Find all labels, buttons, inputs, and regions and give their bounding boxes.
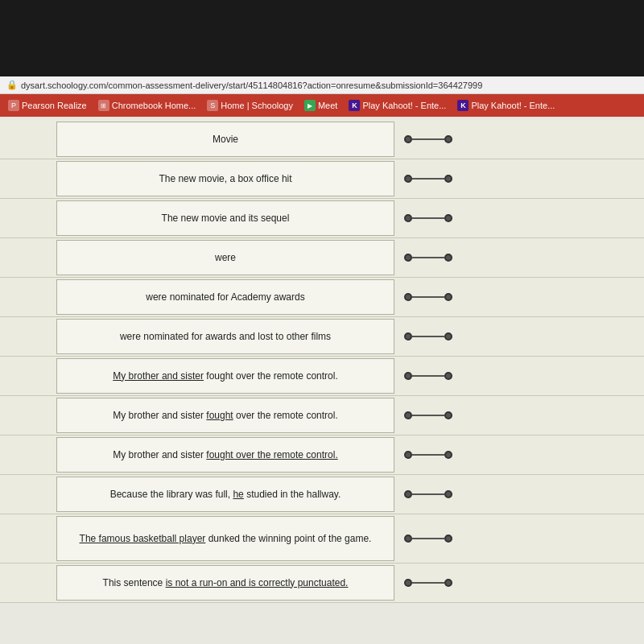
answer-row-8[interactable]: My brother and sister fought over the re…	[0, 396, 644, 436]
connector-line-4	[412, 257, 444, 258]
bookmark-chromebook[interactable]: ⊞ Chromebook Home...	[95, 98, 200, 113]
screen-background: 🔒 dysart.schoology.com/common-assessment…	[0, 0, 644, 117]
address-bar: 🔒 dysart.schoology.com/common-assessment…	[0, 76, 644, 94]
connector-dot-left-11	[404, 535, 412, 543]
connector-8	[404, 411, 452, 419]
connector-line-3	[412, 217, 444, 219]
connector-dot-right-11	[444, 535, 452, 543]
answer-text-box-3: The new movie and its sequel	[56, 200, 394, 236]
answer-text-box-5: were nominated for Academy awards	[56, 279, 394, 315]
connector-10	[404, 490, 452, 498]
answer-text-box-9: My brother and sister fought over the re…	[56, 437, 394, 473]
bookmark-meet-icon: ▶	[304, 100, 316, 111]
connector-2	[404, 175, 452, 183]
address-text: dysart.schoology.com/common-assessment-d…	[21, 80, 482, 90]
connector-dot-left-6	[404, 332, 412, 341]
connector-line-2	[412, 178, 444, 180]
answer-text-box-2: The new movie, a box office hit	[56, 161, 394, 196]
bookmark-kahoot1[interactable]: K Play Kahoot! - Ente...	[345, 98, 449, 113]
answer-row-4[interactable]: were	[0, 238, 644, 278]
underline-text-7: My brother and sister	[113, 370, 204, 382]
connector-line-9	[412, 454, 444, 456]
connector-dot-right-12	[444, 579, 452, 587]
connector-dot-left-7	[404, 372, 412, 380]
answer-text-5: were nominated for Academy awards	[146, 291, 304, 304]
connector-dot-right-10	[444, 490, 452, 498]
bookmark-pearson-label: Pearson Realize	[22, 101, 87, 110]
bookmark-kahoot1-label: Play Kahoot! - Ente...	[362, 101, 446, 110]
answer-row-3[interactable]: The new movie and its sequel	[0, 199, 644, 238]
connector-line-10	[412, 493, 444, 495]
connector-dot-right-9	[444, 451, 452, 459]
connector-line-5	[412, 296, 444, 298]
connector-dot-right-3	[444, 214, 452, 222]
connector-line-11	[412, 538, 444, 539]
answer-text-box-7: My brother and sister fought over the re…	[56, 358, 394, 394]
bookmark-pearson[interactable]: P Pearson Realize	[5, 98, 90, 113]
connector-dot-right-8	[444, 411, 452, 419]
underline-text-9: fought over the remote control.	[206, 449, 337, 460]
underline-text-12: is not a run-on and is correctly punctua…	[166, 577, 349, 588]
answer-text-box-11: The famous basketball player dunked the …	[56, 516, 394, 561]
answer-row-10[interactable]: Because the library was full, he studied…	[0, 475, 644, 514]
answer-text-12: This sentence is not a run-on and is cor…	[103, 576, 349, 590]
connector-dot-left-9	[404, 451, 412, 459]
connector-1	[404, 135, 452, 143]
answer-row-9[interactable]: My brother and sister fought over the re…	[0, 436, 644, 475]
answer-row-7[interactable]: My brother and sister fought over the re…	[0, 357, 644, 396]
bookmark-meet[interactable]: ▶ Meet	[301, 98, 341, 113]
connector-dot-right-7	[444, 372, 452, 380]
bookmarks-bar: P Pearson Realize ⊞ Chromebook Home... S…	[0, 94, 644, 117]
answer-text-4: were	[215, 251, 236, 265]
connector-dot-left-2	[404, 175, 412, 183]
answer-row-2[interactable]: The new movie, a box office hit	[0, 159, 644, 199]
bookmark-kahoot2[interactable]: K Play Kahoot! - Ente...	[454, 98, 558, 113]
connector-line-6	[412, 336, 444, 337]
answer-text-6: were nominated for awards and lost to ot…	[120, 330, 331, 344]
connector-dot-right-1	[444, 135, 452, 143]
connector-9	[404, 451, 452, 459]
connector-dot-left-1	[404, 135, 412, 143]
answer-text-box-6: were nominated for awards and lost to ot…	[56, 319, 394, 354]
underline-text-10: he	[233, 489, 243, 500]
underline-text-8: fought	[206, 410, 233, 421]
bookmark-pearson-icon: P	[8, 100, 19, 111]
answer-row-5[interactable]: were nominated for Academy awards	[0, 278, 644, 317]
connector-line-8	[412, 415, 444, 416]
connector-line-1	[412, 138, 444, 140]
answer-text-box-8: My brother and sister fought over the re…	[56, 398, 394, 433]
bookmark-meet-label: Meet	[318, 101, 337, 110]
connector-dot-left-10	[404, 490, 412, 498]
answer-row-11[interactable]: The famous basketball player dunked the …	[0, 514, 644, 564]
answer-text-10: Because the library was full, he studied…	[110, 488, 341, 502]
connector-dot-left-8	[404, 411, 412, 419]
bookmark-schoology[interactable]: S Home | Schoology	[204, 98, 296, 113]
answer-row-1[interactable]: Movie	[0, 120, 644, 159]
connector-dot-left-4	[404, 254, 412, 262]
connector-line-12	[412, 582, 444, 584]
connector-12	[404, 579, 452, 587]
assessment-container: Movie The new movie, a box office hit Th…	[0, 117, 644, 644]
connector-line-7	[412, 375, 444, 377]
connector-11	[404, 535, 452, 543]
answer-row-12[interactable]: This sentence is not a run-on and is cor…	[0, 564, 644, 603]
connector-dot-left-5	[404, 293, 412, 301]
answer-row-6[interactable]: were nominated for awards and lost to ot…	[0, 317, 644, 357]
answer-text-3: The new movie and its sequel	[162, 212, 290, 225]
answer-text-1: Movie	[213, 133, 238, 147]
content-area: Movie The new movie, a box office hit Th…	[0, 117, 644, 644]
browser-chrome: 🔒 dysart.schoology.com/common-assessment…	[0, 76, 644, 117]
connector-dot-right-2	[444, 175, 452, 183]
answer-text-9: My brother and sister fought over the re…	[113, 448, 337, 462]
connector-dot-left-3	[404, 214, 412, 222]
answer-text-2: The new movie, a box office hit	[159, 172, 291, 186]
bookmark-kahoot2-icon: K	[457, 100, 469, 111]
answer-text-box-1: Movie	[56, 122, 394, 157]
answer-text-8: My brother and sister fought over the re…	[113, 409, 337, 423]
bookmark-chromebook-icon: ⊞	[98, 100, 109, 111]
connector-7	[404, 372, 452, 380]
answer-text-box-4: were	[56, 240, 394, 275]
connector-5	[404, 293, 452, 301]
answer-text-box-12: This sentence is not a run-on and is cor…	[56, 565, 394, 601]
connector-4	[404, 254, 452, 262]
